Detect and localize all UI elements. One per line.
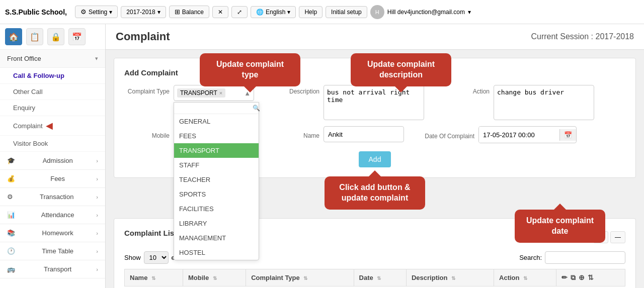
year-chevron: ▾	[157, 9, 160, 16]
setting-button[interactable]: ⚙ Setting ▾	[75, 6, 118, 18]
sidebar-item-fees[interactable]: 💰 Fees ›	[0, 170, 105, 188]
sidebar-icon-list[interactable]: 📋	[26, 28, 43, 45]
dropdown-item-library[interactable]: LIBRARY	[174, 216, 259, 231]
main-layout: 🏠 📋 🔒 📅 Front Office ▾ Call & Follow-up …	[0, 24, 644, 288]
sidebar-item-call-followup[interactable]: Call & Follow-up	[0, 68, 105, 84]
dropdown-item-general[interactable]: GENERAL	[174, 114, 259, 129]
avatar: H	[370, 5, 384, 19]
show-label: Show	[124, 254, 141, 261]
gear-icon: ⚙	[80, 8, 87, 16]
timetable-icon: 🕐	[7, 247, 15, 255]
sort-name-icon[interactable]: ⇅	[151, 275, 155, 281]
sidebar-item-enquiry[interactable]: Enquiry	[0, 100, 105, 116]
transaction-chevron: ›	[96, 194, 98, 200]
balance-button[interactable]: ⊞ Balance	[169, 6, 209, 18]
dropdown-item-facilities[interactable]: FACILITIES	[174, 202, 259, 216]
homework-icon: 📚	[7, 229, 15, 237]
search-input[interactable]	[545, 251, 625, 264]
dropdown-item-management[interactable]: MANAGEMENT	[174, 231, 259, 245]
sidebar-icon-lock[interactable]: 🔒	[47, 28, 64, 45]
fullscreen-button[interactable]: ✕	[212, 6, 228, 18]
add-complaint-card: Add Complaint Update complaint type Upda…	[114, 58, 636, 178]
year-label: 2017-2018	[126, 9, 155, 16]
user-name: Hill dev4junction@gmail.com	[387, 9, 465, 16]
sort-mobile-icon[interactable]: ⇅	[213, 275, 217, 281]
language-label: English	[266, 9, 285, 16]
complaint-type-select[interactable]: TRANSPORT × ▲	[174, 85, 254, 101]
col-mobile: Mobile ⇅	[183, 269, 246, 286]
admission-chevron: ›	[96, 158, 98, 164]
dropdown-search-icon: 🔍	[253, 105, 260, 112]
tooltip-update-type: Update complaint type	[200, 53, 300, 86]
admission-icon: 🎓	[7, 157, 15, 164]
year-selector[interactable]: 2017-2018 ▾	[121, 6, 166, 18]
date-label: Date Of Complaint	[424, 130, 474, 140]
sort-date-icon[interactable]: ⇅	[377, 275, 381, 281]
add-row-icon[interactable]: ⊕	[579, 273, 585, 282]
sidebar-item-homework[interactable]: 📚 Homework ›	[0, 224, 105, 242]
sidebar-item-complaint[interactable]: Complaint ◀	[0, 116, 105, 136]
sort-action-icon[interactable]: ⇅	[523, 275, 527, 281]
help-button[interactable]: Help	[299, 6, 323, 18]
entries-select[interactable]: 10 25 50	[144, 251, 169, 264]
language-chevron: ▾	[287, 9, 290, 16]
search-row: Search:	[519, 251, 625, 264]
sidebar-item-attendance[interactable]: 📊 Attendance ›	[0, 206, 105, 224]
date-input[interactable]	[479, 127, 559, 143]
complaint-form-row: Complaint Type TRANSPORT × ▲	[124, 85, 625, 120]
calendar-button[interactable]: 📅	[559, 129, 576, 141]
sidebar-group-front-office[interactable]: Front Office ▾	[0, 50, 105, 68]
sidebar-item-transport[interactable]: 🚌 Transport ›	[0, 260, 105, 278]
user-profile[interactable]: H Hill dev4junction@gmail.com ▾	[370, 5, 471, 19]
sort-description-icon[interactable]: ⇅	[451, 275, 455, 281]
action-input[interactable]: change bus driver	[494, 85, 594, 120]
dropdown-item-hostel[interactable]: HOSTEL	[174, 245, 259, 260]
sidebar-icon-home[interactable]: 🏠	[5, 28, 22, 45]
dropdown-item-staff[interactable]: STAFF	[174, 158, 259, 172]
sidebar-icon-calendar[interactable]: 📅	[68, 28, 86, 45]
copy-icon[interactable]: ⧉	[571, 273, 576, 282]
expand-button[interactable]: ⤢	[231, 6, 248, 18]
date-field: 📅	[478, 126, 577, 143]
sidebar-item-other-call[interactable]: Other Call	[0, 84, 105, 100]
remove-type-button[interactable]: ×	[219, 90, 222, 96]
dropdown-item-sports[interactable]: SPORTS	[174, 187, 259, 202]
initial-setup-button[interactable]: Initial setup	[326, 6, 367, 18]
dropdown-item-fees[interactable]: FEES	[174, 129, 259, 143]
language-selector[interactable]: 🌐 English ▾	[251, 6, 296, 18]
col-description: Description ⇅	[406, 269, 494, 286]
fees-chevron: ›	[96, 176, 98, 182]
content-area: Complaint Current Session : 2017-2018 Ad…	[106, 24, 644, 288]
tooltip-update-description: Update complaint description	[351, 53, 451, 86]
content-header: Complaint Current Session : 2017-2018	[106, 24, 644, 50]
sidebar-item-timetable[interactable]: 🕐 Time Table ›	[0, 242, 105, 260]
dropdown-search-input[interactable]	[177, 105, 253, 112]
content-body: Add Complaint Update complaint type Upda…	[106, 50, 644, 288]
action-label: Action	[444, 85, 490, 95]
tooltip-click-add: Click add button & update complaint	[325, 176, 425, 210]
front-office-label: Front Office	[7, 55, 41, 62]
setting-label: Setting	[89, 9, 107, 16]
balance-icon: ⊞	[175, 8, 180, 16]
name-label: Name	[274, 129, 319, 139]
sidebar-item-admission[interactable]: 🎓 Admission ›	[0, 152, 105, 170]
col-action: Action ⇅	[494, 269, 556, 286]
user-chevron: ▾	[468, 9, 471, 16]
sort-complaint-type-icon[interactable]: ⇅	[303, 275, 307, 281]
description-input[interactable]: bus not arrival right time	[324, 85, 424, 120]
complaint-type-dropdown: 🔍 GENERAL FEES TRANSPORT STAFF TEACHER S…	[174, 102, 259, 260]
table-header-row: Name ⇅ Mobile ⇅ Complaint Type ⇅	[125, 269, 625, 286]
page-title: Complaint	[116, 30, 170, 43]
sidebar-item-visitor-book[interactable]: Visitor Book	[0, 136, 105, 152]
sidebar-icon-row: 🏠 📋 🔒 📅	[0, 24, 105, 50]
col-date: Date ⇅	[354, 269, 406, 286]
dropdown-item-teacher[interactable]: TEACHER	[174, 172, 259, 187]
sidebar-section-frontoffice: Front Office ▾ Call & Follow-up Other Ca…	[0, 50, 105, 152]
sort-all-icon[interactable]: ⇅	[588, 273, 594, 282]
name-input[interactable]	[324, 126, 404, 142]
minus-button[interactable]: —	[610, 231, 625, 243]
edit-all-icon[interactable]: ✏	[561, 273, 568, 282]
setting-chevron: ▾	[109, 9, 112, 16]
sidebar-item-transaction[interactable]: ⚙ Transaction ›	[0, 188, 105, 206]
dropdown-item-transport[interactable]: TRANSPORT	[174, 143, 259, 158]
